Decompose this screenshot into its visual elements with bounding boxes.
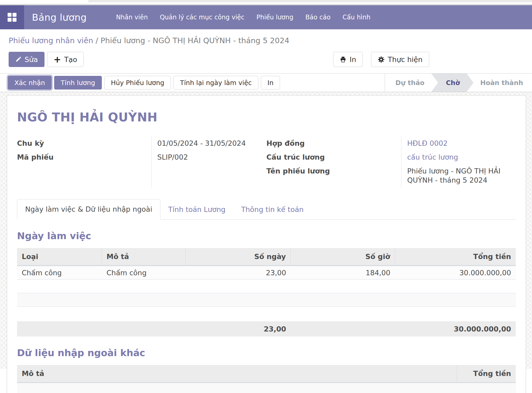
column-header-so-gio[interactable]: Số giờ [291, 248, 395, 265]
menu-item-cau-hinh[interactable]: Cấu hình [343, 14, 371, 21]
compute-salary-button[interactable]: Tính lương [54, 76, 102, 89]
create-button[interactable]: + Tạo [47, 52, 84, 67]
other-inputs-heading: Dữ liệu nhập ngoài khác [17, 347, 516, 358]
breadcrumb-current: Phiếu lương - NGÔ THỊ HẢI QUỲNH - tháng … [100, 36, 289, 45]
menu-item-quan-ly-cong-viec[interactable]: Quản lý các mục công việc [160, 14, 244, 21]
column-header-tong-tien-2[interactable]: Tổng tiền [457, 365, 516, 382]
pencil-icon [15, 56, 21, 63]
field-value-hop-dong-link[interactable]: HĐLĐ 0002 [407, 136, 516, 150]
field-group-left: Chu kỳ Mã phiếu 01/05/2024 - 31/05/2024 … [17, 136, 266, 188]
content-background: NGÔ THỊ HẢI QUỲNH Chu kỳ Mã phiếu 01/05/… [0, 92, 532, 369]
action-row: Sửa + Tạo In [9, 52, 532, 67]
other-inputs-table: Mô tả Tổng tiền [17, 365, 516, 393]
browser-tab-shape [88, 0, 532, 2]
statusbar: Xác nhận Tính lương Hủy Phiếu lương Tính… [0, 73, 532, 92]
cell-so-gio: 184,00 [291, 266, 395, 279]
cell-so-ngay: 23,00 [186, 266, 291, 279]
gear-icon [378, 56, 385, 63]
browser-chrome-strip [0, 0, 532, 5]
column-header-tong-tien[interactable]: Tổng tiền [395, 248, 516, 265]
column-header-so-ngay[interactable]: Số ngày [186, 248, 291, 265]
tab-thong-tin-ke-toan[interactable]: Thông tin kế toán [233, 200, 311, 219]
worked-days-table: Loại Mô tả Số ngày Số giờ Tổng tiền Chấm… [17, 248, 516, 336]
column-header-loai[interactable]: Loại [17, 248, 102, 265]
plus-icon: + [54, 56, 61, 63]
field-value-cau-truc-luong-link[interactable]: cấu trúc lương [407, 150, 516, 164]
worked-days-totals-row: 23,00 30.000.000,00 [17, 321, 516, 336]
confirm-button[interactable]: Xác nhận [8, 76, 52, 89]
control-panel: Phiếu lương nhân viên / Phiếu lương - NG… [0, 29, 532, 73]
field-value-ten-phieu-luong: Phiếu lương - NGÔ THỊ HẢI QUỲNH - tháng … [407, 164, 516, 187]
menu-item-phieu-luong[interactable]: Phiếu lương [256, 14, 293, 21]
print-small-button[interactable]: In [261, 76, 280, 89]
recompute-workdays-button[interactable]: Tính lại ngày làm việc [173, 76, 258, 89]
cell-tong-tien: 30.000.000,00 [395, 266, 516, 279]
field-value-chu-ky[interactable]: 01/05/2024 - 31/05/2024 [157, 136, 266, 150]
top-navbar: Bảng lương Nhân viên Quản lý các mục côn… [0, 5, 532, 29]
field-label-ma-phieu: Mã phiếu [17, 150, 151, 164]
total-so-ngay: 23,00 [186, 321, 291, 336]
notebook-tabs: Ngày làm việc & Dữ liệu nhập ngoài Tính … [17, 199, 516, 220]
stage-pipeline: Dự thảo Chờ Hoàn thành [385, 74, 532, 92]
table-gap [17, 307, 516, 321]
field-value-ma-phieu[interactable]: SLIP/002 [157, 150, 266, 164]
breadcrumb-separator: / [93, 36, 100, 45]
field-label-chu-ky: Chu kỳ [17, 136, 151, 150]
print-button[interactable]: In [333, 52, 363, 67]
column-header-mo-ta[interactable]: Mô tả [102, 248, 186, 265]
field-label-cau-truc-luong: Cấu trúc lương [266, 150, 401, 164]
tab-ngay-lam-viec[interactable]: Ngày làm việc & Dữ liệu nhập ngoài [17, 199, 160, 220]
stage-cho-active[interactable]: Chờ [431, 74, 473, 92]
action-gear-button[interactable]: Thực hiện [371, 52, 429, 67]
breadcrumb: Phiếu lương nhân viên / Phiếu lương - NG… [9, 36, 532, 45]
main-menu: Nhân viên Quản lý các mục công việc Phiế… [116, 14, 370, 21]
edit-button[interactable]: Sửa [9, 52, 44, 67]
column-header-mo-ta-2[interactable]: Mô tả [17, 365, 457, 382]
create-button-label: Tạo [64, 55, 77, 64]
other-inputs-header-row: Mô tả Tổng tiền [17, 365, 516, 383]
cell-mo-ta: Chấm công [102, 266, 186, 279]
browser-divider [0, 4, 532, 5]
field-group-right: Hợp đồng Cấu trúc lương Tên phiếu lương … [266, 136, 516, 188]
action-gear-button-label: Thực hiện [388, 55, 422, 64]
edit-button-label: Sửa [25, 55, 38, 64]
printer-icon [340, 56, 346, 63]
field-groups: Chu kỳ Mã phiếu 01/05/2024 - 31/05/2024 … [17, 136, 516, 188]
tab-tinh-toan-luong[interactable]: Tính toán Lương [160, 200, 233, 219]
app-title[interactable]: Bảng lương [32, 12, 87, 23]
worked-days-empty-row[interactable] [17, 280, 516, 293]
form-sheet: NGÔ THỊ HẢI QUỲNH Chu kỳ Mã phiếu 01/05/… [7, 95, 526, 393]
total-tong-tien: 30.000.000,00 [395, 321, 516, 336]
cancel-payslip-button[interactable]: Hủy Phiếu lương [104, 76, 171, 89]
stage-du-thao[interactable]: Dự thảo [387, 74, 433, 92]
worked-days-heading: Ngày làm việc [17, 231, 516, 241]
cell-loai: Chấm công [17, 266, 102, 279]
stage-hoan-thanh[interactable]: Hoàn thành [471, 74, 532, 92]
worked-days-empty-row[interactable] [17, 293, 516, 307]
field-label-hop-dong: Hợp đồng [266, 136, 401, 150]
worked-days-header-row: Loại Mô tả Số ngày Số giờ Tổng tiền [17, 248, 516, 266]
worked-days-row[interactable]: Chấm công Chấm công 23,00 184,00 30.000.… [17, 266, 516, 280]
menu-item-bao-cao[interactable]: Báo cáo [305, 14, 331, 21]
print-button-label: In [350, 55, 356, 64]
menu-item-nhan-vien[interactable]: Nhân viên [116, 14, 148, 21]
apps-grid-icon [8, 13, 16, 22]
field-label-ten-phieu-luong: Tên phiếu lương [266, 164, 401, 178]
record-title: NGÔ THỊ HẢI QUỲNH [17, 110, 516, 124]
apps-menu-button[interactable] [0, 5, 24, 29]
breadcrumb-parent-link[interactable]: Phiếu lương nhân viên [9, 36, 93, 45]
other-inputs-empty-row[interactable] [17, 383, 516, 393]
